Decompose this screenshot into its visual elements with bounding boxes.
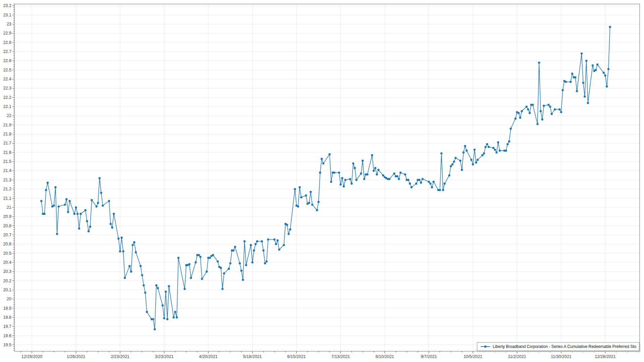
data-point[interactable] [176,316,178,318]
data-point[interactable] [571,73,573,75]
data-point[interactable] [443,183,445,185]
data-point[interactable] [540,110,542,112]
data-point[interactable] [121,237,123,239]
data-point[interactable] [166,318,168,320]
data-point[interactable] [519,117,521,119]
data-point[interactable] [102,204,104,206]
data-point[interactable] [472,163,474,165]
data-point[interactable] [448,174,450,176]
data-point[interactable] [399,172,401,174]
data-point[interactable] [429,183,431,185]
data-point[interactable] [382,174,384,176]
data-point[interactable] [239,262,241,264]
data-point[interactable] [343,185,345,187]
data-point[interactable] [521,110,523,112]
data-point[interactable] [529,112,531,114]
data-point[interactable] [508,140,510,142]
data-point[interactable] [79,213,82,215]
data-point[interactable] [377,169,379,171]
data-point[interactable] [316,209,318,211]
data-point[interactable] [484,146,486,148]
data-point[interactable] [294,188,296,190]
data-point[interactable] [275,243,277,245]
data-point[interactable] [527,108,529,110]
data-point[interactable] [322,162,324,164]
data-point[interactable] [99,177,101,179]
data-point[interactable] [220,267,222,269]
data-point[interactable] [388,178,390,180]
data-point[interactable] [560,111,562,113]
data-point[interactable] [562,89,564,91]
data-point[interactable] [596,63,598,65]
data-point[interactable] [73,213,75,215]
data-point[interactable] [318,201,320,203]
data-point[interactable] [221,288,223,290]
data-point[interactable] [404,173,406,175]
data-point[interactable] [551,113,553,115]
data-point[interactable] [190,277,192,279]
data-point[interactable] [133,241,135,243]
data-point[interactable] [492,147,494,149]
data-point[interactable] [250,244,252,246]
data-point[interactable] [428,181,430,183]
data-point[interactable] [264,262,266,264]
data-point[interactable] [497,141,499,143]
data-point[interactable] [100,192,102,194]
data-point[interactable] [244,240,246,242]
data-point[interactable] [606,85,608,87]
data-point[interactable] [582,82,584,84]
data-point[interactable] [228,268,230,270]
data-point[interactable] [78,228,80,230]
data-point[interactable] [56,233,58,235]
data-point[interactable] [526,106,528,108]
data-point[interactable] [463,152,465,154]
data-point[interactable] [592,64,594,66]
data-point[interactable] [110,223,112,225]
data-point[interactable] [321,158,323,160]
data-point[interactable] [122,250,124,252]
data-point[interactable] [163,317,165,319]
data-point[interactable] [415,183,417,185]
data-point[interactable] [251,261,253,263]
data-point[interactable] [538,62,540,64]
data-point[interactable] [278,248,280,250]
data-point[interactable] [54,186,56,188]
data-point[interactable] [108,200,110,202]
data-point[interactable] [585,60,587,62]
data-point[interactable] [477,159,479,161]
data-point[interactable] [422,178,424,180]
data-point[interactable] [273,238,275,240]
data-point[interactable] [47,182,49,184]
data-point[interactable] [135,251,137,253]
data-point[interactable] [305,194,307,196]
data-point[interactable] [464,145,466,147]
data-point[interactable] [506,143,508,145]
data-point[interactable] [188,263,190,265]
data-point[interactable] [53,204,55,206]
data-point[interactable] [549,106,551,108]
data-point[interactable] [532,104,534,106]
data-point[interactable] [363,178,365,180]
data-point[interactable] [418,179,420,181]
data-point[interactable] [199,256,201,258]
data-point[interactable] [262,249,264,251]
data-point[interactable] [152,318,154,320]
data-point[interactable] [349,178,351,180]
price-series[interactable] [40,26,611,330]
data-point[interactable] [198,254,200,256]
data-point[interactable] [256,240,258,242]
data-point[interactable] [234,246,236,248]
data-point[interactable] [89,226,91,228]
data-point[interactable] [499,149,501,152]
data-point[interactable] [286,224,288,226]
data-point[interactable] [543,105,545,107]
data-point[interactable] [183,288,185,290]
data-point[interactable] [58,205,60,207]
data-point[interactable] [195,261,197,263]
data-point[interactable] [255,243,257,245]
data-point[interactable] [168,285,170,287]
data-point[interactable] [299,186,301,188]
data-point[interactable] [261,240,263,242]
data-point[interactable] [352,162,354,164]
data-point[interactable] [409,183,411,185]
